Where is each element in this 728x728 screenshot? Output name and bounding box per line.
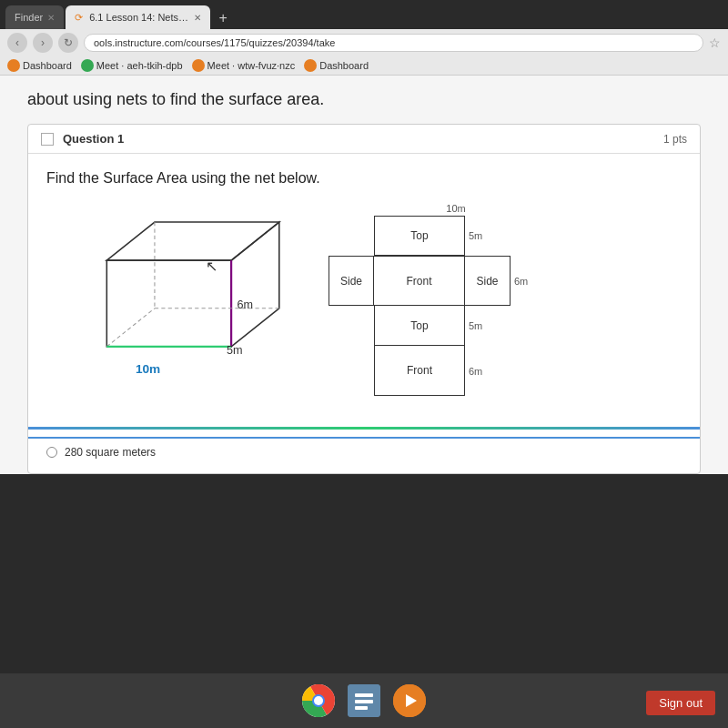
net-cell-top2: Top (374, 306, 465, 346)
box-3d-diagram: 6m 5m 10m ↖ (46, 203, 301, 385)
tab-finder-close[interactable]: ✕ (47, 13, 55, 23)
net-right-6m2-label: 6m (469, 366, 482, 377)
question-card: Question 1 1 pts Find the Surface Area u… (27, 124, 701, 474)
forward-button[interactable]: › (33, 33, 53, 53)
net-right-5m-label: 5m (469, 230, 482, 241)
bookmark-dashboard1[interactable]: Dashboard (7, 59, 72, 72)
play-svg (393, 684, 426, 717)
answer-option-1: 280 square meters (46, 446, 682, 459)
page-content: about using nets to find the surface are… (0, 76, 728, 474)
svg-text:5m: 5m (227, 344, 243, 357)
bookmark-dashboard2[interactable]: Dashboard (304, 59, 369, 72)
net-cell-front2: Front (374, 346, 465, 396)
net-diagram: 10m Top 5m Side (329, 203, 565, 396)
tab-finder-label: Finder (15, 12, 43, 23)
address-text: ools.instructure.com/courses/1175/quizze… (94, 37, 335, 48)
net-side1-label: Side (340, 275, 362, 288)
answer-section: 280 square meters (28, 437, 700, 473)
address-bar-row: ‹ › ↻ ools.instructure.com/courses/1175/… (0, 29, 728, 56)
bookmark-dashboard1-label: Dashboard (23, 60, 72, 71)
chrome-svg (302, 684, 335, 717)
sign-out-button[interactable]: Sign out (646, 691, 715, 715)
question-checkbox[interactable] (41, 133, 54, 146)
net-top-dimension-label: 10m (446, 203, 465, 214)
question-title: Question 1 (63, 132, 654, 146)
answer-radio-1[interactable] (46, 447, 57, 458)
svg-rect-15 (355, 693, 373, 697)
net-right-6m-label: 6m (514, 276, 528, 287)
new-tab-button[interactable]: + (212, 7, 234, 29)
media-app-icon[interactable] (393, 684, 426, 717)
browser-chrome: Finder ✕ ⟳ 6.1 Lesson 14: Nets and Surfa… (0, 0, 728, 76)
net-right-5m2-label: 5m (469, 320, 482, 331)
cursor: ↖ (206, 258, 217, 275)
question-header: Question 1 1 pts (28, 125, 700, 154)
question-body: Find the Surface Area using the net belo… (28, 154, 700, 427)
net-front2-label: Front (407, 364, 432, 377)
bookmark-dashboard1-icon (7, 59, 20, 72)
svg-point-13 (314, 696, 323, 705)
tab-lesson-icon: ⟳ (75, 12, 83, 24)
tab-lesson-label: 6.1 Lesson 14: Nets and Surfac… (89, 12, 189, 23)
answer-option-1-text: 280 square meters (65, 446, 156, 459)
tab-lesson-close[interactable]: ✕ (194, 13, 201, 23)
chrome-app-icon[interactable] (302, 684, 335, 717)
net-side2-label: Side (476, 275, 498, 288)
files-app-icon[interactable] (348, 684, 380, 717)
question-text: Find the Surface Area using the net belo… (46, 170, 682, 187)
diagram-area: 6m 5m 10m ↖ 10m (46, 203, 682, 396)
tab-finder[interactable]: Finder ✕ (5, 5, 64, 29)
tab-lesson[interactable]: ⟳ 6.1 Lesson 14: Nets and Surfac… ✕ (66, 5, 210, 29)
bookmark-meet1[interactable]: Meet · aeh-tkih-dpb (81, 59, 183, 72)
refresh-button[interactable]: ↻ (58, 33, 78, 53)
net-front1-label: Front (406, 275, 431, 288)
bookmark-dashboard2-label: Dashboard (319, 60, 369, 71)
address-bar[interactable]: ools.instructure.com/courses/1175/quizze… (84, 34, 703, 52)
bookmark-dashboard2-icon (304, 59, 317, 72)
bookmark-meet1-label: Meet · aeh-tkih-dpb (96, 60, 183, 71)
bookmark-meet2-label: Meet · wtw-fvuz·nzc (207, 60, 296, 71)
bookmark-meet1-icon (81, 59, 94, 72)
svg-text:6m: 6m (237, 298, 253, 311)
box-svg: 6m 5m 10m (46, 203, 301, 385)
bookmark-star-icon[interactable]: ☆ (709, 35, 721, 50)
net-cell-front1: Front (374, 256, 465, 306)
svg-marker-2 (231, 222, 279, 347)
net-cell-side2: Side (465, 256, 511, 306)
separator-line (28, 427, 700, 430)
bookmark-meet2-icon (192, 59, 205, 72)
net-cell-top1: Top (374, 216, 465, 256)
svg-rect-17 (355, 706, 368, 710)
net-top2-label: Top (410, 319, 428, 332)
question-pts: 1 pts (663, 133, 687, 146)
net-top1-label: Top (410, 229, 428, 242)
net-cell-side1: Side (329, 256, 374, 306)
back-button[interactable]: ‹ (7, 33, 27, 53)
bookmarks-bar: Dashboard Meet · aeh-tkih-dpb Meet · wtw… (0, 56, 728, 76)
svg-marker-1 (106, 222, 278, 260)
bookmark-meet2[interactable]: Meet · wtw-fvuz·nzc (192, 59, 296, 72)
page-subtitle: about using nets to find the surface are… (27, 90, 701, 109)
svg-text:10m: 10m (136, 362, 160, 376)
files-svg (348, 684, 380, 717)
bottom-bar: Sign out (0, 673, 728, 728)
tab-bar: Finder ✕ ⟳ 6.1 Lesson 14: Nets and Surfa… (0, 0, 728, 29)
svg-rect-16 (355, 700, 373, 703)
svg-line-4 (106, 308, 155, 347)
